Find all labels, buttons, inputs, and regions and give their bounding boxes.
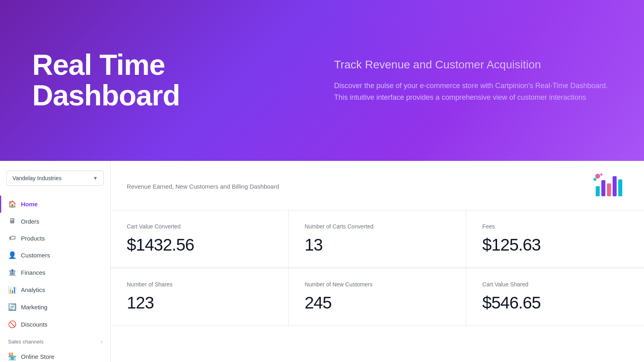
metric-cart-value-shared-value: $546.65 bbox=[482, 293, 628, 313]
metric-number-of-shares: Number of Shares 123 bbox=[111, 268, 289, 326]
sidebar-item-online-store[interactable]: 🏪 Online Store bbox=[0, 348, 110, 362]
metric-number-of-carts-converted-value: 13 bbox=[305, 235, 450, 255]
home-icon: 🏠 bbox=[8, 200, 16, 208]
hero-left: Real TimeDashboard bbox=[32, 50, 310, 111]
main-area: Vandelay Industries ▼ 🏠 Home 🖥 Orders 🏷 … bbox=[0, 161, 644, 362]
metric-number-of-new-customers-value: 245 bbox=[305, 293, 450, 313]
metric-cart-value-converted: Cart Value Converted $1432.56 bbox=[111, 210, 289, 268]
sidebar-item-marketing[interactable]: 🔄 Marketing bbox=[0, 298, 110, 316]
sidebar-item-analytics[interactable]: 📊 Analytics bbox=[0, 281, 110, 298]
orders-icon: 🖥 bbox=[8, 217, 16, 225]
hero-title: Real TimeDashboard bbox=[32, 50, 310, 111]
analytics-icon: 📊 bbox=[8, 286, 16, 294]
sidebar-item-home-label: Home bbox=[21, 201, 38, 208]
metric-cart-value-shared-label: Cart Value Shared bbox=[482, 281, 628, 288]
metric-fees: Fees $125.63 bbox=[466, 210, 644, 268]
sidebar-item-marketing-label: Marketing bbox=[21, 304, 47, 311]
metrics-grid-row2: Number of Shares 123 Number of New Custo… bbox=[111, 268, 644, 326]
sidebar-item-customers[interactable]: 👤 Customers bbox=[0, 247, 110, 264]
store-selector[interactable]: Vandelay Industries ▼ bbox=[6, 171, 104, 186]
svg-point-7 bbox=[600, 173, 603, 176]
discounts-icon: 🚫 bbox=[8, 320, 16, 329]
metric-number-of-new-customers: Number of New Customers 245 bbox=[289, 268, 466, 326]
marketing-icon: 🔄 bbox=[8, 303, 16, 311]
metric-number-of-carts-converted-label: Number of Carts Converted bbox=[305, 223, 450, 230]
chevron-down-icon: ▼ bbox=[93, 175, 98, 181]
metric-number-of-carts-converted: Number of Carts Converted 13 bbox=[289, 210, 466, 268]
online-store-icon: 🏪 bbox=[8, 352, 16, 361]
sales-channels-label: Sales channels bbox=[8, 339, 43, 345]
sidebar: Vandelay Industries ▼ 🏠 Home 🖥 Orders 🏷 … bbox=[0, 161, 111, 362]
svg-point-5 bbox=[595, 174, 600, 179]
metric-cart-value-shared: Cart Value Shared $546.65 bbox=[466, 268, 644, 326]
metric-number-of-shares-value: 123 bbox=[127, 293, 272, 313]
svg-rect-4 bbox=[618, 179, 622, 196]
sales-channels-expand-icon[interactable]: › bbox=[101, 339, 102, 345]
metrics-grid-row1: Cart Value Converted $1432.56 Number of … bbox=[111, 210, 644, 268]
svg-point-6 bbox=[593, 178, 597, 181]
sidebar-item-online-store-label: Online Store bbox=[21, 353, 54, 360]
sidebar-item-finances[interactable]: 🏦 Finances bbox=[0, 264, 110, 281]
hero-section: Real TimeDashboard Track Revenue and Cus… bbox=[0, 0, 644, 161]
dashboard-chart-illustration bbox=[592, 172, 628, 200]
metric-cart-value-converted-value: $1432.56 bbox=[127, 235, 272, 255]
hero-description: Discover the pulse of your e-commerce st… bbox=[334, 80, 612, 103]
metric-fees-value: $125.63 bbox=[482, 235, 628, 255]
sidebar-item-products[interactable]: 🏷 Products bbox=[0, 230, 110, 247]
sidebar-item-products-label: Products bbox=[21, 235, 45, 242]
customers-icon: 👤 bbox=[8, 251, 16, 259]
sales-channels-header: Sales channels › bbox=[0, 333, 110, 348]
metric-number-of-new-customers-label: Number of New Customers bbox=[305, 281, 450, 288]
svg-rect-3 bbox=[613, 176, 617, 196]
svg-rect-1 bbox=[601, 180, 605, 196]
store-selector-label: Vandelay Industries bbox=[12, 175, 62, 181]
dashboard-panel: Revenue Earned, New Customers and Billin… bbox=[111, 161, 644, 362]
sidebar-item-finances-label: Finances bbox=[21, 269, 45, 276]
metric-number-of-shares-label: Number of Shares bbox=[127, 281, 272, 288]
dashboard-header-title: Revenue Earned, New Customers and Billin… bbox=[127, 183, 279, 190]
products-icon: 🏷 bbox=[8, 234, 16, 242]
dashboard-header: Revenue Earned, New Customers and Billin… bbox=[111, 161, 644, 210]
finances-icon: 🏦 bbox=[8, 268, 16, 277]
sidebar-item-home[interactable]: 🏠 Home bbox=[0, 195, 110, 213]
sidebar-item-analytics-label: Analytics bbox=[21, 286, 45, 293]
svg-rect-2 bbox=[607, 183, 611, 196]
sidebar-item-customers-label: Customers bbox=[21, 252, 50, 259]
sidebar-item-discounts-label: Discounts bbox=[21, 321, 47, 328]
hero-subtitle: Track Revenue and Customer Acquisition bbox=[334, 58, 612, 72]
svg-rect-0 bbox=[596, 186, 600, 196]
metric-cart-value-converted-label: Cart Value Converted bbox=[127, 223, 272, 230]
metric-fees-label: Fees bbox=[482, 223, 628, 230]
sidebar-item-orders-label: Orders bbox=[21, 218, 39, 225]
sidebar-item-orders[interactable]: 🖥 Orders bbox=[0, 213, 110, 230]
sidebar-item-discounts[interactable]: 🚫 Discounts bbox=[0, 316, 110, 333]
hero-right: Track Revenue and Customer Acquisition D… bbox=[310, 58, 612, 103]
